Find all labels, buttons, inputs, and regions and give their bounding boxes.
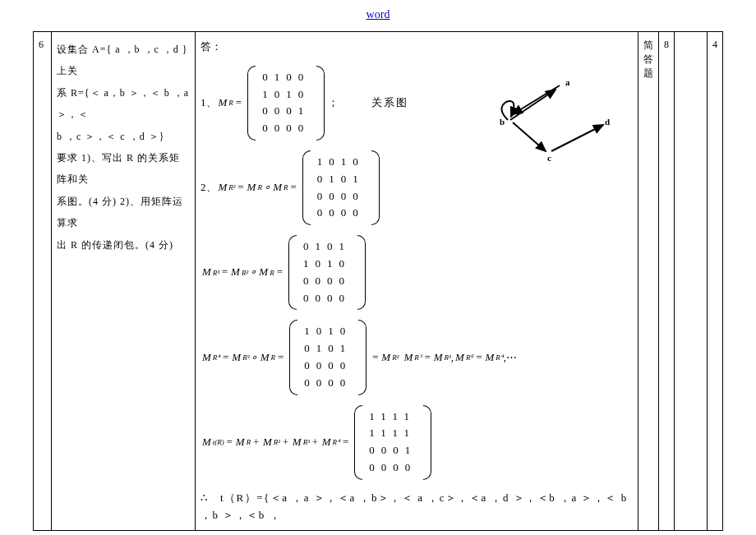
svg-line-3 bbox=[551, 125, 603, 151]
score-cell: 8 bbox=[659, 32, 675, 531]
matrix-sub: R bbox=[228, 97, 233, 108]
svg-line-0 bbox=[513, 85, 560, 114]
graph-node-a: a bbox=[565, 77, 570, 87]
question-type-cell: 简答题 bbox=[638, 32, 659, 531]
question-number-cell: 6 bbox=[34, 32, 52, 531]
blank-cell bbox=[675, 32, 708, 531]
matrix-mr2: 1010 0101 0000 0000 bbox=[302, 150, 380, 225]
page-number: 4 / 23 bbox=[33, 531, 723, 535]
question-line: b ，c ＞，＜ c ，d ＞} bbox=[57, 126, 190, 147]
item1-suffix: ； bbox=[328, 95, 339, 112]
conclusion-line: ∴ t（R）={＜a ，a ＞，＜a ，b＞，＜ a ，c＞，＜a ，d ＞，＜… bbox=[201, 490, 633, 524]
matrix-mr4: 1010 0101 0000 0000 bbox=[289, 320, 366, 394]
answer-cell: 答： a b c d bbox=[196, 32, 638, 531]
question-line: 系图。(4 分) 2)、用矩阵运算求 bbox=[57, 191, 190, 234]
math-row-4: MR⁴ = MR³ ∘ MR = 1010 0101 0000 0000 bbox=[201, 320, 633, 394]
svg-line-1 bbox=[510, 90, 555, 120]
matrix-mtr: 1111 1111 0001 0000 bbox=[354, 405, 431, 480]
item1-prefix: 1、 bbox=[201, 95, 217, 112]
math-row-tr: Mt(R) = MR + MR² + MR³ + MR⁴ = 1111 1111 bbox=[201, 405, 633, 480]
question-line: 系 R={＜ a，b ＞，＜ b ，a ＞，＜ bbox=[57, 82, 190, 126]
item2-prefix: 2、 bbox=[201, 179, 217, 196]
question-type-label: 简答题 bbox=[643, 39, 653, 81]
graph-node-b: b bbox=[500, 117, 505, 127]
equals-sign: = bbox=[236, 95, 242, 112]
ellipsis: ,⋯ bbox=[504, 349, 517, 367]
last-cell: 4 bbox=[708, 32, 723, 531]
graph-node-d: d bbox=[605, 117, 610, 127]
header-link[interactable]: word bbox=[33, 7, 723, 31]
matrix-mr3: 0101 1010 0000 0000 bbox=[288, 235, 366, 310]
matrix-mr: 0100 1010 0001 0000 bbox=[247, 66, 325, 141]
graph-node-c: c bbox=[547, 153, 551, 163]
answer-intro: 答： bbox=[201, 39, 633, 56]
question-line: 设集合 A={ a ，b ，c ，d }上关 bbox=[57, 39, 190, 82]
relation-graph-label: 关系图 bbox=[371, 95, 408, 112]
table-row: 6 设集合 A={ a ，b ，c ，d }上关 系 R={＜ a，b ＞，＜ … bbox=[34, 32, 723, 531]
question-cell: 设集合 A={ a ，b ，c ，d }上关 系 R={＜ a，b ＞，＜ b … bbox=[52, 32, 196, 531]
question-line: 要求 1)、写出 R 的关系矩阵和关 bbox=[57, 147, 190, 191]
question-line: 出 R 的传递闭包。(4 分) bbox=[57, 234, 190, 256]
math-row-3: MR³ = MR² ∘ MR = 0101 1010 0000 0000 bbox=[201, 235, 633, 310]
main-table: 6 设集合 A={ a ，b ，c ，d }上关 系 R={＜ a，b ＞，＜ … bbox=[33, 31, 723, 531]
relation-graph: a b c d bbox=[473, 69, 613, 168]
svg-line-2 bbox=[513, 122, 546, 151]
matrix-symbol: M bbox=[219, 95, 228, 112]
